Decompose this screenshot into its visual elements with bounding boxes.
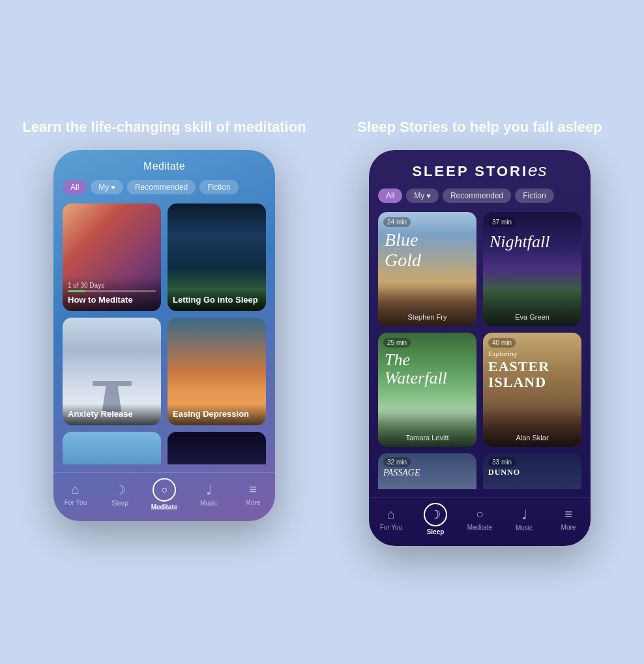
nav-sleep-right[interactable]: ☽ Sleep bbox=[419, 503, 452, 536]
tab-recommended-left[interactable]: Recommended bbox=[127, 180, 196, 194]
duration-blue-gold: 24 min bbox=[383, 217, 411, 227]
nav-for-you-left[interactable]: ⌂ For You bbox=[59, 482, 92, 506]
sleep-card-waterfall[interactable]: 25 min TheWaterfall Tamara Levitt bbox=[378, 333, 476, 447]
home-icon: ⌂ bbox=[72, 482, 80, 497]
card-anxiety-release[interactable]: Anxiety Release bbox=[63, 318, 161, 425]
title-blue-gold: BlueGold bbox=[385, 230, 421, 271]
nav-label: Sleep bbox=[111, 500, 128, 507]
author-easter: Alan Sklar bbox=[488, 434, 576, 442]
headline-text-2: skill of meditation bbox=[180, 119, 306, 135]
card-easing-depression[interactable]: Easing Depression bbox=[168, 318, 266, 425]
sleep-title-main: SLEEP STORies bbox=[412, 163, 547, 179]
left-panel: Learn the life-changing skill of meditat… bbox=[13, 118, 315, 521]
home-icon: ⌂ bbox=[387, 507, 395, 522]
tab-all-right[interactable]: All bbox=[378, 189, 402, 203]
meditate-icon: ○ bbox=[476, 507, 484, 522]
sleep-icon: ☽ bbox=[114, 482, 126, 498]
phone-right: SLEEP STORies All My ♥ Recommended Ficti… bbox=[369, 150, 591, 546]
sleep-stories-rest: to help you fall asleep bbox=[448, 119, 602, 135]
sleep-stories-bold: Sleep Stories bbox=[357, 119, 448, 135]
sleep-card-easter-island[interactable]: 40 min Exploring EasterIsland Alan Sklar bbox=[483, 333, 581, 447]
nav-label-active: Sleep bbox=[427, 528, 445, 536]
nav-music-right[interactable]: ♩ Music bbox=[508, 507, 540, 532]
nav-for-you-right[interactable]: ⌂ For You bbox=[375, 507, 407, 531]
left-headline: Learn the life-changing skill of meditat… bbox=[16, 118, 312, 137]
right-panel: Sleep Stories to help you fall asleep SL… bbox=[329, 118, 631, 546]
sleep-filter-tabs: All My ♥ Recommended Fiction bbox=[378, 189, 581, 203]
duration-partial-2: 33 min bbox=[488, 457, 516, 467]
title-partial-2: DUNNO bbox=[488, 468, 520, 477]
author-waterfall: Tamara Levitt bbox=[383, 434, 471, 442]
card-partial-2[interactable] bbox=[168, 432, 266, 464]
nav-label-active: Meditate bbox=[151, 504, 178, 511]
sleep-card-partial-2[interactable]: 33 min DUNNO bbox=[483, 453, 581, 489]
tab-my-right[interactable]: My ♥ bbox=[406, 189, 439, 203]
headline-text-1: Learn the bbox=[22, 119, 91, 135]
tab-all-left[interactable]: All bbox=[63, 180, 87, 194]
card-title: Easing Depression bbox=[173, 409, 261, 420]
meditation-screen: Meditate All My ♥ Recommended Fiction 1 … bbox=[53, 150, 275, 464]
card-partial-1[interactable] bbox=[63, 432, 161, 464]
title-easter-island: EasterIsland bbox=[488, 359, 549, 390]
nav-bar-right: ⌂ For You ☽ Sleep ○ Meditate ♩ Music ≡ bbox=[369, 497, 591, 546]
more-icon: ≡ bbox=[249, 482, 257, 497]
duration-waterfall: 25 min bbox=[383, 338, 411, 348]
sleep-screen: SLEEP STORies All My ♥ Recommended Ficti… bbox=[369, 150, 591, 489]
card-letting-go[interactable]: Letting Go into Sleep bbox=[168, 204, 266, 311]
author-blue-gold: Stephen Fry bbox=[383, 313, 471, 321]
page-wrapper: Learn the life-changing skill of meditat… bbox=[0, 98, 644, 566]
title-exploring: Exploring bbox=[488, 350, 517, 357]
nav-music-left[interactable]: ♩ Music bbox=[192, 482, 225, 507]
duration-partial-1: 32 min bbox=[383, 457, 411, 467]
nav-meditate-left[interactable]: ○ Meditate bbox=[148, 478, 181, 511]
tab-fiction-left[interactable]: Fiction bbox=[199, 180, 238, 194]
sleep-card-nightfall[interactable]: 37 min Nightfall Eva Green bbox=[483, 212, 581, 326]
headline-bold: life-changing bbox=[91, 119, 181, 135]
nav-label: Music bbox=[516, 524, 533, 532]
meditate-filter-tabs: All My ♥ Recommended Fiction bbox=[63, 180, 266, 194]
meditate-screen-title: Meditate bbox=[63, 160, 266, 172]
phone-left: Meditate All My ♥ Recommended Fiction 1 … bbox=[53, 150, 275, 521]
author-nightfall: Eva Green bbox=[488, 313, 576, 321]
card-how-to-meditate[interactable]: 1 of 30 Days How to Meditate bbox=[63, 204, 161, 311]
nav-label: More bbox=[561, 524, 576, 531]
card-progress-fill bbox=[68, 290, 85, 292]
more-icon: ≡ bbox=[564, 507, 572, 522]
meditate-icon: ○ bbox=[153, 478, 176, 502]
music-icon: ♩ bbox=[206, 482, 212, 498]
title-partial-1: PASSAGE bbox=[383, 468, 420, 478]
nav-label: For You bbox=[380, 524, 402, 531]
card-title: Anxiety Release bbox=[68, 409, 156, 420]
sleep-title-cursive: es bbox=[528, 160, 547, 180]
nav-label: Music bbox=[200, 500, 217, 507]
sleep-card-partial-1[interactable]: 32 min PASSAGE bbox=[378, 453, 476, 489]
music-icon: ♩ bbox=[521, 507, 527, 522]
card-title: How to Meditate bbox=[68, 295, 156, 306]
tab-fiction-right[interactable]: Fiction bbox=[515, 189, 553, 203]
nav-sleep-left[interactable]: ☽ Sleep bbox=[104, 482, 136, 507]
nav-label: For You bbox=[65, 499, 87, 506]
sleep-icon-circle: ☽ bbox=[424, 503, 447, 526]
tab-recommended-right[interactable]: Recommended bbox=[443, 189, 511, 203]
right-headline: Sleep Stories to help you fall asleep bbox=[351, 118, 608, 137]
nav-label: Meditate bbox=[467, 524, 492, 531]
sleep-content-grid: 24 min BlueGold Stephen Fry 37 min Night… bbox=[378, 212, 581, 447]
title-nightfall: Nightfall bbox=[490, 232, 578, 252]
card-progress-bar bbox=[68, 290, 156, 292]
sleep-stories-header: SLEEP STORies bbox=[378, 160, 581, 181]
nav-bar-left: ⌂ For You ☽ Sleep ○ Meditate ♩ Music ≡ bbox=[53, 472, 275, 521]
nav-more-right[interactable]: ≡ More bbox=[552, 507, 585, 531]
card-subtitle: 1 of 30 Days bbox=[68, 282, 156, 289]
nav-more-left[interactable]: ≡ More bbox=[237, 482, 269, 506]
nav-meditate-right[interactable]: ○ Meditate bbox=[463, 507, 496, 531]
meditation-content-grid: 1 of 30 Days How to Meditate Letting Go … bbox=[63, 204, 266, 425]
pier-deck bbox=[93, 381, 132, 386]
duration-nightfall: 37 min bbox=[488, 217, 516, 227]
card-title: Letting Go into Sleep bbox=[173, 295, 261, 306]
tab-my-left[interactable]: My ♥ bbox=[91, 180, 123, 194]
duration-easter: 40 min bbox=[488, 338, 516, 348]
title-waterfall: TheWaterfall bbox=[385, 351, 447, 388]
nav-label: More bbox=[246, 499, 261, 506]
sleep-card-blue-gold[interactable]: 24 min BlueGold Stephen Fry bbox=[378, 212, 476, 326]
